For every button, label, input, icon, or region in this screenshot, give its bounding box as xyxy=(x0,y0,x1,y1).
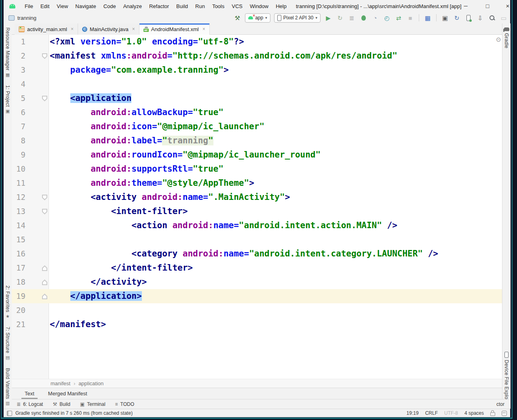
code-text[interactable]: android:roundIcon="@mipmap/ic_launcher_r… xyxy=(49,148,321,162)
menu-tools[interactable]: Tools xyxy=(209,0,228,12)
code-line[interactable]: 15 xyxy=(12,233,502,247)
gradle-daemon-icon[interactable] xyxy=(502,411,507,416)
code-text[interactable]: android:supportsRtl="true" xyxy=(49,162,224,176)
tab-androidmanifest-xml[interactable]: AndroidManifest.xml× xyxy=(139,23,210,35)
debug-icon[interactable] xyxy=(359,14,367,22)
menu-file[interactable]: File xyxy=(21,0,37,12)
menu-view[interactable]: View xyxy=(53,0,72,12)
close-icon[interactable]: × xyxy=(203,26,205,32)
code-line[interactable]: 18 </activity> xyxy=(12,275,502,289)
code-text[interactable] xyxy=(49,77,50,91)
menu-edit[interactable]: Edit xyxy=(37,0,53,12)
apply-code-changes-icon[interactable]: ≣ xyxy=(348,14,356,22)
view-tab-merged-manifest[interactable]: Merged Manifest xyxy=(42,388,93,399)
close-icon[interactable]: × xyxy=(71,26,74,32)
sdk-manager-icon[interactable]: ⇩ xyxy=(476,14,484,22)
code-text[interactable] xyxy=(49,303,50,317)
file-encoding[interactable]: UTF-8 xyxy=(444,410,458,416)
fold-marker-icon[interactable] xyxy=(42,96,47,101)
fold-marker-icon[interactable] xyxy=(42,279,47,285)
restart-activity-icon[interactable]: ⇄ xyxy=(395,14,403,22)
stop-icon[interactable]: ■ xyxy=(406,14,414,22)
code-line[interactable]: 20 xyxy=(12,303,502,317)
sidebar-item-favorites[interactable]: 2: Favorites★ xyxy=(5,286,11,319)
navigation-bar[interactable]: tranning xyxy=(8,12,36,23)
code-text[interactable]: <application xyxy=(49,91,131,105)
lock-icon[interactable] xyxy=(490,412,495,416)
menu-code[interactable]: Code xyxy=(100,0,120,12)
code-text[interactable]: <action android:name="android.intent.act… xyxy=(49,218,397,233)
menu-help[interactable]: Help xyxy=(272,0,290,12)
sidebar-item-build-variants[interactable]: Build Variants▥ xyxy=(5,368,11,405)
menu-window[interactable]: Window xyxy=(246,0,272,12)
toolwindow-button-logcat[interactable]: ≣6: Logcat xyxy=(17,401,43,407)
toolwindow-button-todo[interactable]: ≡TODO xyxy=(115,401,134,407)
fold-marker-icon[interactable] xyxy=(42,195,47,200)
run-configuration-select[interactable]: app▾ xyxy=(245,13,270,23)
run-icon[interactable]: ▶ xyxy=(324,14,332,22)
code-line[interactable]: 7 android:icon="@mipmap/ic_launcher" xyxy=(12,120,502,134)
caret-position[interactable]: 19:19 xyxy=(407,410,419,416)
truncated-layout-inspector-label[interactable]: ctor xyxy=(496,401,504,407)
code-line[interactable]: 16 <category android:name="android.inten… xyxy=(12,247,502,261)
menu-navigate[interactable]: Navigate xyxy=(72,0,99,12)
code-text[interactable]: <?xml version="1.0" encoding="utf-8"?> xyxy=(49,35,244,49)
code-editor[interactable]: 1<?xml version="1.0" encoding="utf-8"?>2… xyxy=(12,35,502,379)
device-select[interactable]: Pixel 2 API 30▾ xyxy=(274,13,321,23)
sidebar-item-device-file-explorer[interactable]: Device File Explorer xyxy=(504,352,509,405)
code-line[interactable]: 9 android:roundIcon="@mipmap/ic_launcher… xyxy=(12,148,502,162)
search-everywhere-icon[interactable] xyxy=(488,14,496,22)
code-text[interactable]: <manifest xmlns:android="http://schemas.… xyxy=(49,49,397,63)
code-text[interactable]: </application> xyxy=(49,289,142,303)
build-hammer-icon[interactable]: ⚒ xyxy=(233,14,241,22)
code-text[interactable]: android:allowBackup="true" xyxy=(49,105,224,120)
code-line[interactable]: 17 </intent-filter> xyxy=(12,261,502,275)
fold-marker-icon[interactable] xyxy=(42,294,47,299)
code-text[interactable]: package="com.example.tranning"> xyxy=(49,63,229,77)
code-line[interactable]: 1<?xml version="1.0" encoding="utf-8"?> xyxy=(12,35,502,49)
project-breadcrumb[interactable]: tranning xyxy=(17,15,36,21)
code-text[interactable]: <intent-filter> xyxy=(49,204,188,218)
breadcrumb-application[interactable]: application xyxy=(78,380,103,386)
profiler-icon[interactable]: ◴ xyxy=(383,14,391,22)
code-text[interactable] xyxy=(49,233,50,247)
code-text[interactable]: android:theme="@style/AppTheme"> xyxy=(49,176,254,190)
code-line[interactable]: 21</manifest> xyxy=(12,317,502,332)
code-line[interactable]: 5 <application xyxy=(12,91,502,105)
sidebar-item-resource-manager[interactable]: Resource Manager▦ xyxy=(5,27,11,77)
code-text[interactable]: android:label="tranning" xyxy=(49,134,213,148)
code-text[interactable]: <activity android:name=".MainActivity"> xyxy=(49,190,290,204)
menu-vcs[interactable]: VCS xyxy=(228,0,246,12)
fold-marker-icon[interactable] xyxy=(42,53,47,59)
code-line[interactable]: 10 android:supportsRtl="true" xyxy=(12,162,502,176)
code-text[interactable]: </intent-filter> xyxy=(49,261,193,275)
sidebar-item-structure[interactable]: 7: Structure▤ xyxy=(5,327,11,360)
inspections-widget-icon[interactable]: ⊙ xyxy=(496,36,501,43)
code-line[interactable]: 4 xyxy=(12,77,502,91)
view-tab-text[interactable]: Text xyxy=(19,388,40,399)
fold-marker-icon[interactable] xyxy=(42,265,47,271)
menu-refactor[interactable]: Refactor xyxy=(146,0,173,12)
apply-changes-icon[interactable]: ↻ xyxy=(336,14,344,22)
minimize-button[interactable]: ─ xyxy=(459,0,473,12)
close-button[interactable]: × xyxy=(501,0,515,12)
close-icon[interactable]: × xyxy=(132,26,135,32)
menu-analyze[interactable]: Analyze xyxy=(120,0,146,12)
code-area[interactable]: 1<?xml version="1.0" encoding="utf-8"?>2… xyxy=(12,35,502,332)
sidebar-item-project[interactable]: 1: Project▣ xyxy=(5,85,11,113)
code-text[interactable]: <category android:name="android.intent.c… xyxy=(49,247,438,261)
code-line[interactable]: 14 <action android:name="android.intent.… xyxy=(12,218,502,233)
code-text[interactable]: android:icon="@mipmap/ic_launcher" xyxy=(49,120,264,134)
breadcrumb-manifest[interactable]: manifest xyxy=(51,380,70,386)
menu-build[interactable]: Build xyxy=(173,0,192,12)
indent-style[interactable]: 4 spaces xyxy=(464,410,484,416)
code-line[interactable]: 19 </application> xyxy=(12,289,502,303)
code-text[interactable]: </activity> xyxy=(49,275,147,289)
code-line[interactable]: 11 android:theme="@style/AppTheme"> xyxy=(12,176,502,190)
toolwindow-button-build[interactable]: ⚒Build xyxy=(53,401,70,407)
toolwindow-toggle-icon[interactable] xyxy=(7,411,12,416)
code-text[interactable]: </manifest> xyxy=(49,317,106,332)
code-line[interactable]: 8 android:label="tranning" xyxy=(12,134,502,148)
code-line[interactable]: 3 package="com.example.tranning"> xyxy=(12,63,502,77)
tab-activity-main-xml[interactable]: activity_main.xml× xyxy=(15,23,78,35)
